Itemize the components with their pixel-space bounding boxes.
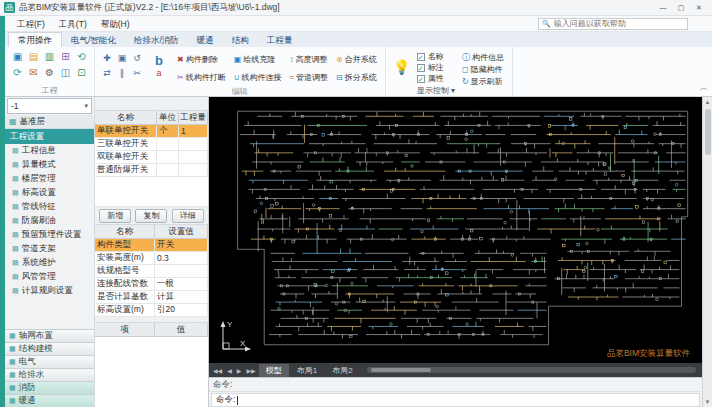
name-checkbox[interactable]: ✓名称: [417, 51, 455, 62]
mirror-icon[interactable]: ⇄: [100, 66, 114, 80]
cad-canvas[interactable]: Y X 品茗BIM安装算量软件: [209, 97, 702, 363]
merge-system-button[interactable]: ⊕合并系统: [333, 50, 380, 68]
settings-item-project-info[interactable]: ▤工程信息: [5, 144, 94, 158]
settings-item-pipe-feature[interactable]: ▤管线特征: [5, 200, 94, 214]
nav-first-icon[interactable]: ◀◀: [211, 367, 224, 374]
property-checkbox[interactable]: ✓属性: [417, 73, 455, 84]
settings-item-quantity-mode[interactable]: ▤算量模式: [5, 158, 94, 172]
settings-item-embedded-parts[interactable]: ▤预留预埋件设置: [5, 228, 94, 242]
delete-component-button[interactable]: ✖构件删除: [174, 50, 229, 68]
property-row[interactable]: 连接配线管数 一根: [95, 278, 208, 291]
panel-fire[interactable]: ▦消防: [5, 381, 94, 394]
layer-icon: ▦: [9, 345, 16, 353]
settings-item-pipe-support[interactable]: ▤管道支架: [5, 242, 94, 256]
settings-item-calc-rules[interactable]: ▤计算规则设置: [5, 284, 94, 298]
redo-icon[interactable]: ⟳: [10, 65, 25, 80]
refresh-display-button[interactable]: ↻显示刷新: [459, 75, 507, 87]
menu-help[interactable]: 帮助(H): [94, 16, 137, 32]
panel-grid-layout[interactable]: ▦轴网布置: [5, 329, 94, 342]
export-icon[interactable]: ✉: [26, 65, 41, 80]
settings-item-elevation[interactable]: ▤标高设置: [5, 186, 94, 200]
ribbon-tab-quantity[interactable]: 工程量: [258, 33, 302, 47]
window-icon[interactable]: ◫: [58, 65, 73, 80]
app-icon: 品: [4, 2, 15, 13]
detail-button[interactable]: 详细: [172, 209, 204, 223]
scroll-up-icon[interactable]: ▲: [705, 97, 711, 107]
save-project-icon[interactable]: ▥: [42, 49, 57, 64]
calc-icon[interactable]: ⊡: [74, 65, 89, 80]
offset-icon[interactable]: ∥: [115, 66, 129, 80]
nav-last-icon[interactable]: ▶▶: [244, 367, 257, 374]
new-project-icon[interactable]: ▣: [10, 49, 25, 64]
vertical-scrollbar[interactable]: ▲ ▼: [702, 97, 712, 407]
split-system-button[interactable]: ⊟拆分系统: [333, 68, 380, 86]
display-control-dropdown[interactable]: 显示控制 ▾: [417, 85, 455, 96]
ribbon-tab-plumbing[interactable]: 给排水/消防: [125, 33, 188, 47]
nav-next-icon[interactable]: ▶: [235, 367, 244, 374]
bulb-icon[interactable]: 💡: [391, 51, 413, 85]
layer-select[interactable]: -1 ▾: [7, 98, 92, 114]
horizontal-scrollbar[interactable]: [367, 367, 696, 373]
panel-hvac[interactable]: ▦暖通: [5, 394, 94, 407]
copy-button[interactable]: 复制: [135, 209, 167, 223]
component-info-button[interactable]: ⓘ构件信息: [459, 51, 507, 63]
add-button[interactable]: 新增: [99, 209, 131, 223]
panel-structure-model[interactable]: ▦结构建模: [5, 342, 94, 355]
open-project-icon[interactable]: ▤: [26, 49, 41, 64]
undo-icon[interactable]: ⟲: [74, 49, 89, 64]
format-brush-button[interactable]: b a: [148, 51, 170, 81]
move-icon[interactable]: ✚: [100, 51, 114, 65]
table-row[interactable]: 双联单控开关: [95, 151, 208, 164]
tab-layout2[interactable]: 布局2: [325, 364, 359, 377]
tab-model[interactable]: 模型: [259, 364, 289, 377]
help-search-input[interactable]: [554, 19, 684, 28]
panel-electrical[interactable]: ▦电气: [5, 355, 94, 368]
nav-prev-icon[interactable]: ◀: [225, 367, 234, 374]
maximize-button[interactable]: ▢: [672, 1, 690, 15]
hide-component-button[interactable]: ◻隐藏构件: [459, 63, 507, 75]
panel-plumbing[interactable]: ▦给排水: [5, 368, 94, 381]
property-row[interactable]: 构件类型 开关: [95, 239, 208, 252]
ribbon-tab-common[interactable]: 常用操作: [8, 32, 62, 47]
import-cad-icon[interactable]: ⊞: [58, 49, 73, 64]
rotate-icon[interactable]: ↺: [130, 51, 144, 65]
table-row[interactable]: 三联单控开关: [95, 138, 208, 151]
help-search-box[interactable]: 🔍: [538, 18, 688, 30]
table-row[interactable]: 单联单控开关 个 1: [95, 125, 208, 138]
tab-layout1[interactable]: 布局1: [290, 364, 324, 377]
menu-tools[interactable]: 工具(T): [52, 16, 94, 32]
collapse-ribbon-button[interactable]: ︿: [696, 82, 712, 96]
settings-item-anticorrosion[interactable]: ▤防腐刷油: [5, 214, 94, 228]
connect-line-button[interactable]: ∪线构件连接: [231, 68, 285, 86]
property-row[interactable]: 安装高度(m) 0.3: [95, 252, 208, 265]
settings-item-duct-manage[interactable]: ▤风管管理: [5, 270, 94, 284]
property-row[interactable]: 线规格型号: [95, 265, 208, 278]
clone-line-button[interactable]: ▣绘线克隆: [231, 50, 285, 68]
adjust-pipe-button[interactable]: ≈管道调整: [287, 68, 331, 86]
property-row[interactable]: 标高设置(m) 引20: [95, 304, 208, 317]
base-layer-row[interactable]: ▦ 基准层: [5, 115, 94, 129]
table-row[interactable]: 普通防爆开关: [95, 164, 208, 177]
scrollbar-thumb[interactable]: [371, 368, 431, 372]
trim-icon[interactable]: ✂: [130, 66, 144, 80]
break-line-button[interactable]: ✂线构件打断: [174, 68, 229, 86]
command-input[interactable]: 命令:: [211, 393, 700, 407]
property-row[interactable]: 是否计算基数 计算: [95, 291, 208, 304]
document-icon: ▤: [12, 245, 19, 253]
close-button[interactable]: ✕: [690, 1, 708, 15]
settings-icon[interactable]: ⚙: [42, 65, 57, 80]
settings-item-system-maintain[interactable]: ▤系统维护: [5, 256, 94, 270]
label-checkbox[interactable]: ✓标注: [417, 62, 455, 73]
ribbon-tab-structure[interactable]: 结构: [223, 33, 258, 47]
app-window: 品 品茗BIM安装算量软件 (正式版)V2.2 - [E:\16年项目\西马坡\…: [0, 0, 712, 407]
menu-project[interactable]: 工程(F): [10, 16, 52, 32]
scrollbar-thumb[interactable]: [705, 109, 711, 155]
scroll-down-icon[interactable]: ▼: [705, 397, 711, 407]
minimize-button[interactable]: —: [654, 1, 672, 15]
ribbon-tab-hvac[interactable]: 暖通: [188, 33, 223, 47]
layout-tab-strip: ◀◀ ◀ ▶ ▶▶ 模型 布局1 布局2: [209, 363, 702, 377]
copy-icon[interactable]: ▣: [115, 51, 129, 65]
ribbon-tab-electrical[interactable]: 电气/智能化: [62, 33, 125, 47]
adjust-height-button[interactable]: ↕高度调整: [287, 50, 331, 68]
settings-item-floor-manage[interactable]: ▤楼层管理: [5, 172, 94, 186]
